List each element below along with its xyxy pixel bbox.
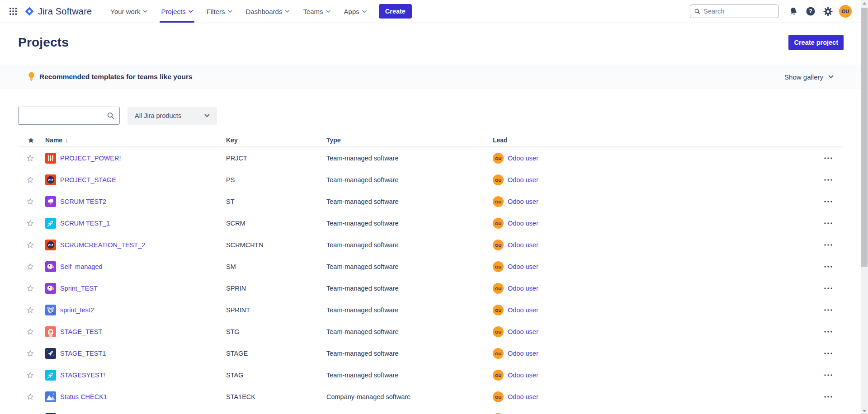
show-gallery-button[interactable]: Show gallery xyxy=(784,73,834,81)
favorite-star-icon[interactable] xyxy=(27,372,34,379)
more-actions-icon[interactable] xyxy=(822,306,834,314)
nav-item-dashboards[interactable]: Dashboards xyxy=(239,0,297,23)
nav-item-apps[interactable]: Apps xyxy=(337,0,373,23)
lead-link[interactable]: Odoo user xyxy=(508,372,538,379)
favorite-star-icon[interactable] xyxy=(27,198,34,205)
chevron-down-icon xyxy=(285,10,289,13)
lead-link[interactable]: Odoo user xyxy=(508,155,538,162)
project-type: Team-managed software xyxy=(326,350,493,357)
project-type: Team-managed software xyxy=(326,306,493,314)
project-name-link[interactable]: Self_managed xyxy=(60,263,103,270)
lead-avatar: OU xyxy=(493,240,504,250)
lead-link[interactable]: Odoo user xyxy=(508,393,538,400)
project-name-link[interactable]: SCRUMCREATION_TEST_2 xyxy=(60,241,145,249)
nav-item-your-work[interactable]: Your work xyxy=(104,0,154,23)
project-name-link[interactable]: STAGESYEST! xyxy=(60,372,105,379)
project-avatar-icon xyxy=(45,261,56,272)
sort-descending-icon: ↓ xyxy=(65,137,68,144)
project-name-link[interactable]: PROJECT_STAGE xyxy=(60,176,116,183)
favorite-star-icon[interactable] xyxy=(27,176,34,183)
project-name-link[interactable]: STAGE_TEST1 xyxy=(60,350,106,357)
help-icon[interactable]: ? xyxy=(804,5,817,18)
favorite-star-icon[interactable] xyxy=(27,155,34,162)
chevron-down-icon xyxy=(204,114,210,118)
nav-item-teams[interactable]: Teams xyxy=(296,0,337,23)
table-row: STAGESYEST! STAG Team-managed software O… xyxy=(18,364,843,386)
key-column-header: Key xyxy=(226,136,326,144)
create-project-button[interactable]: Create project xyxy=(788,35,844,50)
scroll-up-arrow[interactable] xyxy=(861,0,868,6)
global-search[interactable] xyxy=(690,5,778,18)
notifications-bell-icon[interactable] xyxy=(787,5,800,18)
lead-avatar: OU xyxy=(493,370,504,381)
project-name-link[interactable]: SCRUM TEST_1 xyxy=(60,220,110,227)
user-avatar[interactable]: OU xyxy=(839,5,852,18)
favorite-star-icon[interactable] xyxy=(27,328,34,335)
lead-link[interactable]: Odoo user xyxy=(508,220,538,227)
nav-item-filters[interactable]: Filters xyxy=(200,0,239,23)
more-actions-icon[interactable] xyxy=(822,285,834,292)
app-switcher-icon[interactable] xyxy=(7,5,19,17)
top-navigation: Jira Software Your work Projects Filters… xyxy=(0,0,861,23)
table-row: Self_managed SM Team-managed software OU… xyxy=(18,256,843,278)
search-icon xyxy=(107,112,114,119)
more-actions-icon[interactable] xyxy=(822,372,834,379)
project-name-link[interactable]: PROJECT_POWER! xyxy=(60,155,121,162)
lead-link[interactable]: Odoo user xyxy=(508,328,538,335)
lead-link[interactable]: Odoo user xyxy=(508,306,538,314)
favorite-star-icon[interactable] xyxy=(27,241,34,249)
favorite-star-icon[interactable] xyxy=(27,285,34,292)
chevron-down-icon xyxy=(828,75,834,79)
lead-link[interactable]: Odoo user xyxy=(508,263,538,270)
favorite-star-icon[interactable] xyxy=(27,393,34,400)
lead-avatar: OU xyxy=(493,153,504,164)
nav-item-projects[interactable]: Projects xyxy=(154,0,199,23)
project-type: Team-managed software xyxy=(326,328,493,335)
project-search-input[interactable] xyxy=(24,112,107,119)
more-actions-icon[interactable] xyxy=(822,220,834,227)
project-name-link[interactable]: sprint_test2 xyxy=(60,306,94,314)
more-actions-icon[interactable] xyxy=(822,176,834,183)
create-button[interactable]: Create xyxy=(379,4,412,19)
favorite-star-icon[interactable] xyxy=(27,306,34,314)
more-actions-icon[interactable] xyxy=(822,155,834,162)
product-filter-dropdown[interactable]: All Jira products xyxy=(127,107,217,125)
more-actions-icon[interactable] xyxy=(822,350,834,357)
project-avatar-icon xyxy=(45,370,56,381)
table-row: PROJECT_STAGE PS Team-managed software O… xyxy=(18,169,843,191)
more-actions-icon[interactable] xyxy=(822,328,834,335)
lead-avatar: OU xyxy=(493,261,504,272)
global-search-input[interactable] xyxy=(703,8,774,15)
scrollbar-thumb[interactable] xyxy=(861,8,868,267)
favorite-star-icon[interactable] xyxy=(27,350,34,357)
project-name-link[interactable]: STAGE_TEST xyxy=(60,328,102,335)
favorite-star-icon[interactable] xyxy=(27,220,34,227)
project-key: STAG xyxy=(226,372,326,379)
lead-link[interactable]: Odoo user xyxy=(508,198,538,205)
search-icon xyxy=(694,8,700,15)
settings-gear-icon[interactable] xyxy=(821,5,835,18)
more-actions-icon[interactable] xyxy=(822,263,834,270)
lead-link[interactable]: Odoo user xyxy=(508,241,538,249)
project-name-link[interactable]: Sprint_TEST xyxy=(60,285,98,292)
scroll-down-arrow[interactable] xyxy=(861,408,868,414)
vertical-scrollbar[interactable] xyxy=(861,0,868,414)
lead-avatar: OU xyxy=(493,218,504,229)
project-name-link[interactable]: Status CHECK1 xyxy=(60,393,107,400)
project-search[interactable] xyxy=(18,107,120,125)
primary-nav: Your work Projects Filters Dashboards Te… xyxy=(104,0,373,23)
name-column-header[interactable]: Name ↓ xyxy=(45,136,226,144)
favorite-star-icon[interactable] xyxy=(27,263,34,270)
project-avatar-icon xyxy=(45,153,56,164)
jira-logo[interactable]: Jira Software xyxy=(24,6,92,17)
more-actions-icon[interactable] xyxy=(822,393,834,400)
lead-link[interactable]: Odoo user xyxy=(508,350,538,357)
project-type: Team-managed software xyxy=(326,285,493,292)
more-actions-icon[interactable] xyxy=(822,198,834,205)
lead-link[interactable]: Odoo user xyxy=(508,285,538,292)
lightbulb-icon xyxy=(28,72,35,82)
lead-avatar: OU xyxy=(493,196,504,207)
lead-link[interactable]: Odoo user xyxy=(508,176,538,183)
more-actions-icon[interactable] xyxy=(822,241,834,249)
project-name-link[interactable]: SCRUM TEST2 xyxy=(60,198,106,205)
